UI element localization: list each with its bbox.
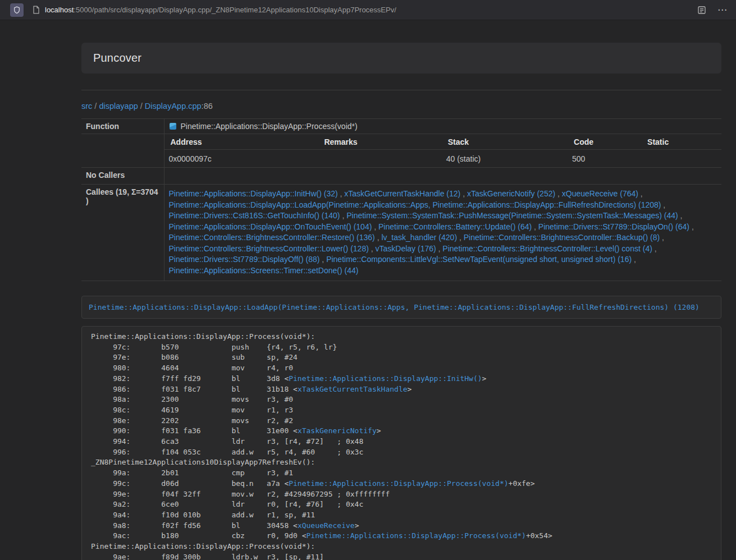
metrics-values-row: 0x0000097c 40 (static) 500 <box>164 150 722 168</box>
callee-link[interactable]: Pinetime::System::SystemTask::PushMessag… <box>346 211 678 220</box>
breadcrumb-separator: / <box>92 102 99 111</box>
symbol-link[interactable]: Pinetime::Applications::DisplayApp::Proc… <box>289 479 508 488</box>
metrics-row: Address Remarks Stack Code Static 0x0000… <box>81 134 721 168</box>
callee-separator: , <box>638 189 643 198</box>
col-code: Code <box>568 134 641 150</box>
callee-link[interactable]: Pinetime::Applications::DisplayApp::OnTo… <box>169 222 372 231</box>
breadcrumb-link[interactable]: DisplayApp.cpp <box>145 102 202 111</box>
col-static: Static <box>641 134 721 150</box>
symbol-link[interactable]: Pinetime::Applications::DisplayApp::Init… <box>289 374 482 383</box>
symbol-link[interactable]: xTaskGenericNotify <box>298 426 377 435</box>
page-title: Puncover <box>93 52 710 65</box>
page-icon <box>33 6 40 14</box>
callee-link[interactable]: Pinetime::Drivers::Cst816S::GetTouchInfo… <box>169 211 340 220</box>
callee-link[interactable]: Pinetime::Applications::Screens::Timer::… <box>169 266 359 275</box>
url-host: localhost <box>45 6 74 14</box>
symbol-link[interactable]: xTaskGetCurrentTaskHandle <box>298 385 408 393</box>
function-table: Function Pinetime::Applications::Display… <box>81 118 721 281</box>
callee-link[interactable]: Pinetime::Components::LittleVgl::SetNewT… <box>326 255 632 264</box>
highlighted-callee-link[interactable]: Pinetime::Applications::DisplayApp::Load… <box>89 303 700 311</box>
callee-separator: , <box>678 211 683 220</box>
callee-link[interactable]: Pinetime::Applications::DisplayApp::Init… <box>169 189 338 198</box>
callee-separator: , <box>661 200 665 209</box>
callee-separator: , <box>369 244 376 253</box>
callee-separator: , <box>532 222 538 231</box>
callee-separator: , <box>660 233 664 242</box>
metrics-table: Address Remarks Stack Code Static 0x0000… <box>164 134 722 167</box>
callee-link[interactable]: xTaskGenericNotify (252) <box>467 189 555 198</box>
breadcrumb-link[interactable]: src <box>81 102 92 111</box>
reader-view-icon[interactable] <box>697 6 706 15</box>
divider <box>81 90 721 90</box>
col-remarks: Remarks <box>318 134 441 150</box>
page-container: Puncover src / displayapp / DisplayApp.c… <box>81 43 721 560</box>
function-icon <box>169 122 177 130</box>
symbol-link[interactable]: xQueueReceive <box>298 521 355 530</box>
callee-separator: , <box>460 189 467 198</box>
callees-label: Callees (19, Σ=3704 ) <box>81 185 164 281</box>
callees-list: Pinetime::Applications::DisplayApp::Init… <box>164 185 721 281</box>
app-header: Puncover <box>81 43 721 74</box>
callees-row: Callees (19, Σ=3704 ) Pinetime::Applicat… <box>81 185 721 281</box>
callee-separator: , <box>555 189 562 198</box>
code-value: 500 <box>568 150 641 168</box>
callee-separator: , <box>632 255 636 264</box>
disassembly-block: Pinetime::Applications::DisplayApp::Proc… <box>81 326 721 560</box>
browser-menu-icon[interactable]: ⋯ <box>717 5 727 15</box>
address-value: 0x0000097c <box>164 150 318 168</box>
function-label: Function <box>81 119 164 134</box>
callee-link[interactable]: lv_task_handler (420) <box>381 233 457 242</box>
shield-icon <box>13 6 21 14</box>
breadcrumb-line-number: :86 <box>202 102 213 111</box>
callee-link[interactable]: Pinetime::Drivers::St7789::DisplayOn() (… <box>538 222 689 231</box>
callee-separator: , <box>457 233 464 242</box>
static-value <box>641 150 721 168</box>
breadcrumb: src / displayapp / DisplayApp.cpp:86 <box>81 102 721 111</box>
breadcrumb-link[interactable]: displayapp <box>99 102 138 111</box>
callee-link[interactable]: Pinetime::Drivers::St7789::DisplayOff() … <box>169 255 320 264</box>
callee-separator: , <box>372 222 378 231</box>
callee-link[interactable]: Pinetime::Controllers::BrightnessControl… <box>464 233 660 242</box>
callee-separator: , <box>319 255 326 264</box>
no-callers-label: No Callers <box>81 168 164 185</box>
stack-value: 40 (static) <box>442 150 568 168</box>
callee-link[interactable]: Pinetime::Controllers::BrightnessControl… <box>442 244 652 253</box>
tracking-protection-button[interactable] <box>10 3 24 17</box>
no-callers-row: No Callers <box>81 168 721 185</box>
function-name: Pinetime::Applications::DisplayApp::Proc… <box>181 122 358 131</box>
browser-toolbar: localhost:5000/path/src/displayapp/Displ… <box>0 0 736 20</box>
function-row: Function Pinetime::Applications::Display… <box>81 119 721 134</box>
callee-separator: , <box>689 222 694 231</box>
col-stack: Stack <box>442 134 568 150</box>
callee-separator: , <box>340 211 347 220</box>
page-info-button[interactable] <box>33 6 40 14</box>
callee-link[interactable]: Pinetime::Controllers::BrightnessControl… <box>169 233 375 242</box>
breadcrumb-separator: / <box>138 102 145 111</box>
symbol-link[interactable]: Pinetime::Applications::DisplayApp::Proc… <box>307 531 526 540</box>
callee-link[interactable]: vTaskDelay (176) <box>376 244 436 253</box>
url-path: :5000/path/src/displayapp/DisplayApp.cpp… <box>74 6 396 14</box>
callee-link[interactable]: xQueueReceive (764) <box>562 189 638 198</box>
callee-link[interactable]: xTaskGetCurrentTaskHandle (12) <box>344 189 460 198</box>
callee-separator: , <box>375 233 382 242</box>
col-address: Address <box>164 134 318 150</box>
callee-separator: , <box>436 244 443 253</box>
callee-link[interactable]: Pinetime::Applications::DisplayApp::Load… <box>169 200 661 209</box>
callee-link[interactable]: Pinetime::Controllers::Battery::Update()… <box>378 222 532 231</box>
callee-separator: , <box>652 244 657 253</box>
callee-separator: , <box>338 189 345 198</box>
highlighted-callee-block: Pinetime::Applications::DisplayApp::Load… <box>81 296 721 319</box>
callee-link[interactable]: Pinetime::Controllers::BrightnessControl… <box>169 244 369 253</box>
remarks-value <box>318 150 441 168</box>
url-bar[interactable]: localhost:5000/path/src/displayapp/Displ… <box>45 6 396 14</box>
